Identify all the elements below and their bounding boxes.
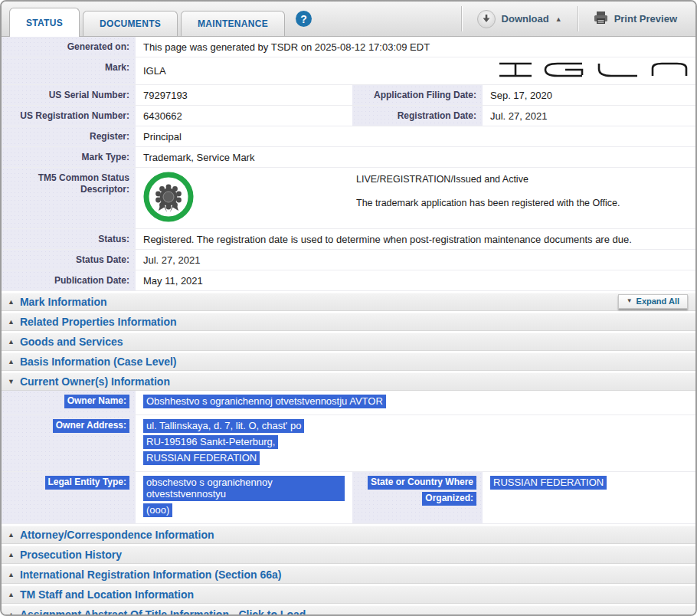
- expand-all-caret-icon: ▼: [627, 298, 633, 304]
- section-title: Current Owner(s) Information: [20, 375, 170, 388]
- download-icon: [477, 10, 496, 28]
- state-organized-value-cell: RUSSIAN FEDERATION: [483, 472, 695, 523]
- collapsed-triangle-icon: ▲: [8, 339, 15, 346]
- print-preview-button[interactable]: Print Preview: [578, 2, 692, 36]
- tm5-status-row: TM5 Common Status Descriptor:: [2, 168, 695, 229]
- legal-entity-label-cell: Legal Entity Type:: [2, 472, 136, 523]
- owner-address-label-cell: Owner Address:: [2, 415, 136, 471]
- tm5-label: TM5 Common Status Descriptor:: [2, 168, 136, 228]
- filing-date-value: Sep. 17, 2020: [483, 85, 695, 105]
- collapsed-triangle-icon: ▲: [8, 572, 15, 578]
- owner-name-value-cell: Obshhestvo s ogranichennoj otvetstvennos…: [136, 391, 695, 414]
- section-title: Attorney/Correspondence Information: [20, 529, 214, 541]
- tab-status[interactable]: STATUS: [9, 8, 80, 37]
- serial-number-label: US Serial Number:: [2, 85, 136, 105]
- expand-all-button[interactable]: ▼ Expand All: [618, 294, 688, 309]
- tab-maintenance[interactable]: MAINTENANCE: [181, 11, 285, 36]
- tab-bar: STATUS DOCUMENTS MAINTENANCE ? Download …: [2, 2, 695, 37]
- status-value: Registered. The registration date is use…: [136, 229, 695, 249]
- section-title: International Registration Information (…: [20, 568, 281, 581]
- collapsed-triangle-icon: ▲: [8, 611, 15, 616]
- collapsed-triangle-icon: ▲: [8, 591, 15, 598]
- publication-date-value: May 11, 2021: [136, 270, 695, 290]
- expanded-triangle-icon: ▼: [8, 378, 15, 385]
- tm5-award-ribbon-icon: [143, 172, 194, 224]
- printer-icon: [594, 11, 608, 27]
- section-title: Mark Information: [20, 296, 107, 308]
- state-organized-label-line: State or Country Where: [368, 476, 476, 490]
- collapsed-triangle-icon: ▲: [8, 532, 15, 539]
- collapsed-triangle-icon: ▲: [8, 359, 15, 365]
- registration-number-label: US Registration Number:: [2, 106, 136, 126]
- section-tm-staff-location[interactable]: ▲ TM Staff and Location Information: [2, 585, 695, 604]
- register-row: Register: Principal: [2, 126, 695, 147]
- owner-name-row: Owner Name: Obshhestvo s ogranichennoj o…: [2, 391, 695, 415]
- serial-number-row: US Serial Number: 79297193 Application F…: [2, 85, 695, 106]
- section-mark-information[interactable]: ▲ Mark Information ▼ Expand All: [2, 293, 695, 311]
- legal-entity-label: Legal Entity Type:: [45, 476, 129, 490]
- registration-date-label: Registration Date:: [352, 106, 483, 126]
- generated-on-value: This page was generated by TSDR on 2025-…: [136, 37, 695, 57]
- collapsed-triangle-icon: ▲: [8, 552, 15, 559]
- owner-address-line: ul. Tallinskaya, d. 7, lit. O, chast' po: [143, 419, 304, 433]
- section-current-owners[interactable]: ▼ Current Owner(s) Information: [2, 372, 695, 391]
- status-date-value: Jul. 27, 2021: [136, 250, 695, 270]
- tm5-status-text: LIVE/REGISTRATION/Issued and Active The …: [194, 172, 620, 209]
- owner-address-line: RUSSIAN FEDERATION: [143, 451, 260, 465]
- owner-address-label: Owner Address:: [53, 419, 129, 433]
- tm5-status-line: LIVE/REGISTRATION/Issued and Active: [356, 174, 620, 185]
- registration-date-value: Jul. 27, 2021: [483, 106, 695, 126]
- help-icon[interactable]: ?: [296, 11, 312, 27]
- section-related-properties[interactable]: ▲ Related Properties Information: [2, 313, 695, 331]
- section-goods-and-services[interactable]: ▲ Goods and Services: [2, 333, 695, 351]
- register-value: Principal: [136, 126, 695, 146]
- legal-entity-line: (ooo): [143, 503, 172, 517]
- mark-value-cell: IGLA: [136, 57, 695, 84]
- status-row: Status: Registered. The registration dat…: [2, 229, 695, 250]
- publication-date-label: Publication Date:: [2, 270, 136, 290]
- registration-number-row: US Registration Number: 6430662 Registra…: [2, 106, 695, 126]
- tab-documents[interactable]: DOCUMENTS: [83, 11, 178, 36]
- legal-entity-row: Legal Entity Type: obschestvo s ogranich…: [2, 472, 695, 524]
- section-title: Prosecution History: [20, 549, 122, 561]
- tsdr-status-page: STATUS DOCUMENTS MAINTENANCE ? Download …: [0, 0, 697, 616]
- mark-label: Mark:: [2, 57, 136, 84]
- download-label: Download: [502, 13, 549, 25]
- owner-name-label: Owner Name:: [64, 395, 129, 408]
- section-title: Goods and Services: [20, 336, 123, 348]
- tm5-status-description: The trademark application has been regis…: [356, 198, 620, 209]
- mark-type-value: Trademark, Service Mark: [136, 147, 695, 167]
- generated-on-row: Generated on: This page was generated by…: [2, 37, 695, 57]
- print-preview-label: Print Preview: [614, 13, 677, 25]
- tm5-value-cell: LIVE/REGISTRATION/Issued and Active The …: [136, 168, 695, 228]
- toolbar-right: Download ▲ Print Preview: [461, 2, 692, 36]
- section-title: TM Staff and Location Information: [20, 588, 194, 601]
- mark-type-label: Mark Type:: [2, 147, 136, 167]
- owner-name-value: Obshhestvo s ogranichennoj otvetstvennos…: [143, 395, 386, 408]
- section-title: Related Properties Information: [20, 316, 177, 328]
- mark-row: Mark: IGLA: [2, 57, 695, 85]
- serial-number-value: 79297193: [136, 85, 352, 105]
- section-basis-information[interactable]: ▲ Basis Information (Case Level): [2, 352, 695, 371]
- status-date-row: Status Date: Jul. 27, 2021: [2, 250, 695, 270]
- legal-entity-value-cell: obschestvo s ogranichennoy otveststvenno…: [136, 472, 352, 523]
- generated-on-label: Generated on:: [2, 37, 136, 57]
- section-attorney-correspondence[interactable]: ▲ Attorney/Correspondence Information: [2, 526, 695, 544]
- status-label: Status:: [2, 229, 136, 249]
- owner-name-label-cell: Owner Name:: [2, 391, 136, 414]
- section-prosecution-history[interactable]: ▲ Prosecution History: [2, 546, 695, 564]
- section-title: Basis Information (Case Level): [20, 356, 177, 368]
- section-assignment-abstract[interactable]: ▲ Assignment Abstract Of Title Informati…: [2, 605, 695, 616]
- expand-all-label: Expand All: [636, 297, 679, 306]
- registration-number-value: 6430662: [136, 106, 352, 126]
- owner-address-line: RU-195196 Sankt-Peterburg,: [143, 435, 278, 449]
- owner-address-row: Owner Address: ul. Tallinskaya, d. 7, li…: [2, 415, 695, 472]
- collapsed-triangle-icon: ▲: [8, 319, 15, 326]
- section-international-registration[interactable]: ▲ International Registration Information…: [2, 565, 695, 584]
- state-organized-value: RUSSIAN FEDERATION: [490, 476, 607, 490]
- publication-date-row: Publication Date: May 11, 2021: [2, 270, 695, 291]
- state-organized-label-cell: State or Country Where Organized:: [352, 472, 483, 523]
- state-organized-label-line: Organized:: [422, 492, 476, 506]
- download-button[interactable]: Download ▲: [462, 2, 578, 36]
- legal-entity-line: obschestvo s ogranichennoy otveststvenno…: [143, 476, 345, 501]
